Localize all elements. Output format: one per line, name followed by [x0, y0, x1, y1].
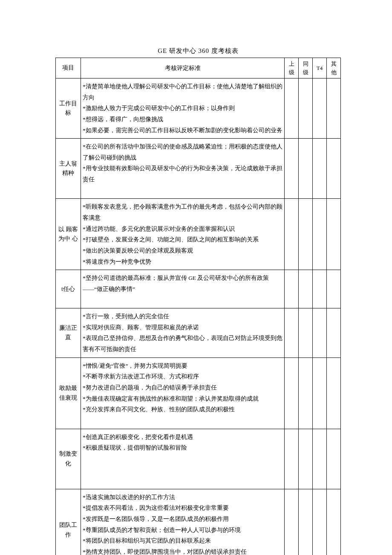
- blank-line: [83, 465, 282, 476]
- rating-cell[interactable]: [299, 78, 313, 139]
- table-row: 团队工作*迅速实施加以改进的好的工作方法*提倡发表不同看法，因为这些看法对积极变…: [56, 489, 341, 555]
- criteria-line: *憎恨/避免“官僚”，并努力实现简明扼要: [83, 360, 282, 372]
- criteria-line: *通过跨功能、多元化的意识展示对业务的全面掌握和认识: [83, 224, 282, 235]
- blank-line: [83, 185, 282, 196]
- rating-cell[interactable]: [313, 489, 327, 555]
- header-rater-3: T4: [313, 58, 327, 78]
- criteria-line: *积极质疑现状，提倡明智的试脸和冒险: [83, 442, 282, 453]
- category-cell: 主人翁 精种: [56, 139, 81, 199]
- criteria-line: *为最佳表现确定富有挑战性的标准和期望；承认并奖励取得的成就: [83, 393, 282, 404]
- rating-cell[interactable]: [299, 357, 313, 429]
- rating-cell[interactable]: [327, 270, 341, 308]
- criteria-line: *想得远，看得广，向想像挑战: [83, 114, 282, 125]
- category-cell: 以 顾客 为中 心: [56, 199, 81, 270]
- criteria-line: *创造真正的积极变化，把变化看作是机遇: [83, 432, 282, 443]
- criteria-line: *努力改进自己的题项，为自己的错误勇于承担责任: [83, 382, 282, 393]
- table-header-row: 项目 考核评定标准 上级 同级 T4 其他: [56, 58, 341, 78]
- rating-cell[interactable]: [299, 429, 313, 489]
- rating-cell[interactable]: [327, 308, 341, 358]
- rating-cell[interactable]: [285, 429, 299, 489]
- category-cell: 工作目标: [56, 78, 81, 139]
- rating-cell[interactable]: [285, 308, 299, 358]
- table-row: t任心*坚持公司道德的最高标准；服从并宣传 GE 及公司研发中心的所有政策——“…: [56, 270, 341, 308]
- page-title: GE 研发中心 360 度考核表: [55, 47, 341, 55]
- rating-cell[interactable]: [327, 139, 341, 199]
- criteria-line: *尊重团队成员的才智和贡献；创造一种人人可以参与的环境: [83, 525, 282, 536]
- rating-cell[interactable]: [313, 270, 327, 308]
- criteria-line: *在公司的所有活动中加强公司的使命感及战略紧迫性；用积极的态度使他人了解公司碰到…: [83, 141, 282, 163]
- rating-cell[interactable]: [299, 199, 313, 270]
- criteria-line: *言行一致，受到他人的完全信任: [83, 311, 282, 322]
- table-row: 主人翁 精种*在公司的所有活动中加强公司的使命感及战略紧迫性；用积极的态度使他人…: [56, 139, 341, 199]
- criteria-line: *实现对供应商、顾客、管理层和雇员的承诺: [83, 322, 282, 333]
- rating-cell[interactable]: [299, 489, 313, 555]
- criteria-cell: *坚持公司道德的最高标准；服从并宣传 GE 及公司研发中心的所有政策——“做正确…: [81, 270, 285, 308]
- rating-cell[interactable]: [285, 489, 299, 555]
- criteria-line: *听顾客发表意见，把令顾客满意作为工作的最先考虑，包括令公司内部的顾客满意: [83, 201, 282, 223]
- header-rater-4: 其他: [327, 58, 341, 78]
- rating-cell[interactable]: [299, 139, 313, 199]
- criteria-cell: *憎恨/避免“官僚”，并努力实现简明扼要*不断寻求新方法改进工作环境、方式和程序…: [81, 357, 285, 429]
- criteria-line: *做出的决策要反映公司的全球观及顾客观: [83, 245, 282, 256]
- criteria-line: *表现自己坚持信仰、思想及合作的勇气和信心，表现自己对防止环境受到危害有不可抵御…: [83, 333, 282, 355]
- rating-cell[interactable]: [313, 199, 327, 270]
- blank-line: [83, 453, 282, 465]
- criteria-line: *发挥既是一名团队领导，又是一名团队成员的积极作用: [83, 514, 282, 525]
- category-cell: t任心: [56, 270, 81, 308]
- criteria-cell: *迅速实施加以改进的好的工作方法*提倡发表不同看法，因为这些看法对积极变化非常重…: [81, 489, 285, 555]
- rating-cell[interactable]: [285, 270, 299, 308]
- criteria-line: *坚持公司道德的最高标准；服从并宣传 GE 及公司研发中心的所有政策——“做正确…: [83, 273, 282, 294]
- header-rater-1: 上级: [285, 58, 299, 78]
- rating-cell[interactable]: [313, 139, 327, 199]
- rating-cell[interactable]: [313, 429, 327, 489]
- table-row: 廉洁正直*言行一致，受到他人的完全信任*实现对供应商、顾客、管理层和雇员的承诺*…: [56, 308, 341, 358]
- criteria-cell: *在公司的所有活动中加强公司的使命感及战略紧迫性；用积极的态度使他人了解公司碰到…: [81, 139, 285, 199]
- blank-line: [83, 295, 282, 306]
- rating-cell[interactable]: [327, 78, 341, 139]
- blank-line: [83, 475, 282, 486]
- criteria-line: *激励他人致力于完成公司研发中心的工作目标；以身作则: [83, 103, 282, 114]
- header-standard: 考核评定标准: [81, 58, 285, 78]
- criteria-cell: *听顾客发表意见，把令顾客满意作为工作的最先考虑，包括令公司内部的顾客满意*通过…: [81, 199, 285, 270]
- rating-cell[interactable]: [327, 199, 341, 270]
- criteria-cell: *言行一致，受到他人的完全信任*实现对供应商、顾客、管理层和雇员的承诺*表现自己…: [81, 308, 285, 358]
- criteria-cell: *清楚简单地使他人理解公司研发中心的工作目标；使他人清楚地了解组织的方向*激励他…: [81, 78, 285, 139]
- rating-cell[interactable]: [285, 199, 299, 270]
- rating-cell[interactable]: [327, 357, 341, 429]
- rating-cell[interactable]: [327, 489, 341, 555]
- rating-cell[interactable]: [299, 270, 313, 308]
- table-row: 制激变化*创造真正的积极变化，把变化看作是机遇*积极质疑现状，提倡明智的试脸和冒…: [56, 429, 341, 489]
- criteria-line: *将团队的目标和组织与其它团队的目标联系起来: [83, 535, 282, 546]
- rating-cell[interactable]: [285, 78, 299, 139]
- criteria-line: *热情支持团队，即使团队脾围境当中，对团队的错误承担责任: [83, 546, 282, 555]
- assessment-table: 项目 考核评定标准 上级 同级 T4 其他 工作目标*清楚简单地使他人理解公司研…: [55, 58, 341, 555]
- rating-cell[interactable]: [313, 357, 327, 429]
- header-category: 项目: [56, 58, 81, 78]
- criteria-line: *提倡发表不同看法，因为这些看法对积极变化非常重要: [83, 503, 282, 514]
- rating-cell[interactable]: [313, 78, 327, 139]
- table-row: 敢励最佳衰现*憎恨/避免“官僚”，并努力实现简明扼要*不断寻求新方法改进工作环境…: [56, 357, 341, 429]
- criteria-line: *打破壁垒，发展业务之间、功能之间、团队之间的相互影响的关系: [83, 234, 282, 245]
- criteria-line: *迅速实施加以改进的好的工作方法: [83, 492, 282, 503]
- category-cell: 敢励最佳衰现: [56, 357, 81, 429]
- table-row: 以 顾客 为中 心*听顾客发表意见，把令顾客满意作为工作的最先考虑，包括令公司内…: [56, 199, 341, 270]
- criteria-cell: *创造真正的积极变化，把变化看作是机遇*积极质疑现状，提倡明智的试脸和冒险: [81, 429, 285, 489]
- criteria-line: *充分发挥来自不同文化、种族、性别的团队成员的积极性: [83, 404, 282, 415]
- criteria-line: *清楚简单地使他人理解公司研发中心的工作目标；使他人清楚地了解组织的方向: [83, 81, 282, 103]
- category-cell: 团队工作: [56, 489, 81, 555]
- header-rater-2: 同级: [299, 58, 313, 78]
- criteria-line: *将速度作为一种竞争优势: [83, 256, 282, 267]
- rating-cell[interactable]: [285, 357, 299, 429]
- rating-cell[interactable]: [327, 429, 341, 489]
- table-row: 工作目标*清楚简单地使他人理解公司研发中心的工作目标；使他人清楚地了解组织的方向…: [56, 78, 341, 139]
- criteria-line: *不断寻求新方法改进工作环境、方式和程序: [83, 371, 282, 382]
- rating-cell[interactable]: [313, 308, 327, 358]
- category-cell: 廉洁正直: [56, 308, 81, 358]
- rating-cell[interactable]: [299, 308, 313, 358]
- criteria-line: *用专业技能有效影响公司及研发中心的行为和业务决策，无论成败敢于承担责任: [83, 163, 282, 185]
- criteria-line: *如果必要，需完善公司的工作目标以反映不断加剧的变化影响着公司的业务: [83, 125, 282, 136]
- category-cell: 制激变化: [56, 429, 81, 489]
- rating-cell[interactable]: [285, 139, 299, 199]
- blank-line: [83, 415, 282, 426]
